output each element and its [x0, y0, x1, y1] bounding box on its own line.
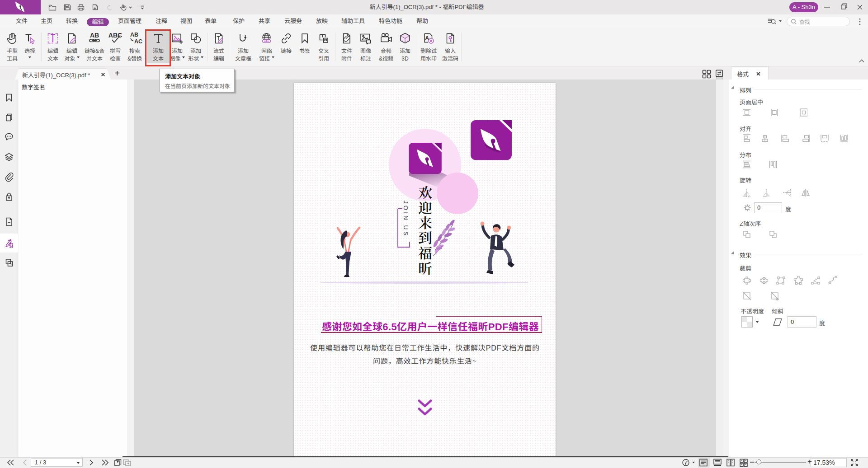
svg-text:AB: AB — [130, 32, 138, 38]
svg-text:AB: AB — [90, 32, 99, 39]
svg-text:AC: AC — [134, 38, 142, 45]
